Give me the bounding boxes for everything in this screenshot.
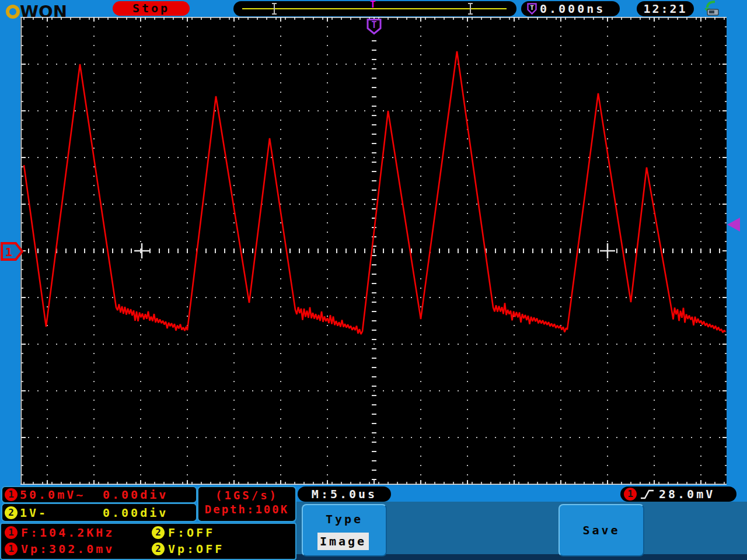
run-status-label: Stop	[132, 1, 170, 15]
owon-logo: WON	[6, 2, 67, 16]
rising-edge-icon	[640, 489, 654, 499]
trigger-delay-badge: T 0.000ns	[521, 1, 620, 16]
meas4-value: Vp:OFF	[168, 542, 224, 556]
trigger-delay-value: 0.000ns	[540, 1, 605, 16]
measurements-panel: 1 F:104.2KHz 2 F:OFF 1 Vp:302.0mv 2 Vp:O…	[0, 523, 296, 560]
trigger-info-badge: 1 28.0mV	[620, 487, 736, 502]
svg-text:1: 1	[5, 245, 12, 259]
ch1-badge: 1	[5, 488, 18, 501]
run-status-badge[interactable]: Stop	[113, 1, 190, 16]
trigger-channel-badge: 1	[624, 488, 637, 501]
ch2-info-row: 2 1V- 0.00div	[1, 503, 197, 522]
ch2-offset: 0.00div	[103, 506, 168, 520]
record-trigger-marker[interactable]: T	[370, 0, 376, 10]
clock-value: 12:21	[643, 2, 687, 16]
type-value: Image	[320, 534, 366, 548]
ch1-offset: 0.00div	[103, 488, 168, 502]
type-button[interactable]: Type Image	[302, 504, 387, 556]
save-label: Save	[582, 523, 620, 537]
oscilloscope-screen: WON Stop T T 0.000ns 12:21	[0, 0, 747, 560]
ch1-scale: 50.0mV~	[20, 488, 85, 502]
usb-icon	[702, 1, 721, 16]
logo-o-icon	[6, 5, 20, 19]
svg-text:T: T	[371, 20, 376, 30]
meas3-ch-badge: 1	[5, 542, 18, 555]
ch2-scale: 1V-	[20, 506, 48, 520]
clock-badge: 12:21	[637, 1, 694, 16]
record-window-start-bracket	[274, 3, 275, 15]
meas2-ch-badge: 2	[152, 526, 165, 539]
timebase-value: M:5.0us	[312, 487, 377, 501]
meas1-value: F:104.2KHz	[21, 526, 114, 540]
timebase-badge: M:5.0us	[298, 487, 391, 502]
record-depth: Depth:100K	[198, 503, 295, 516]
trigger-shield-icon: T	[526, 3, 537, 15]
ch1-info-row: 1 50.0mV~ 0.00div	[1, 486, 197, 503]
record-window-end-bracket	[470, 3, 471, 15]
meas2-value: F:OFF	[168, 526, 215, 540]
type-value-highlight: Image	[317, 533, 369, 550]
type-label: Type	[303, 512, 386, 526]
channel1-level-marker[interactable]: 1	[0, 241, 25, 262]
scope-grid-and-trace	[20, 17, 727, 485]
meas1-ch-badge: 1	[5, 526, 18, 539]
acquisition-box: (1GS/s) Depth:100K	[197, 486, 296, 522]
topbar: WON Stop T T 0.000ns 12:21	[0, 0, 747, 17]
scope-display	[20, 17, 727, 485]
ch2-badge: 2	[5, 506, 18, 519]
meas3-value: Vp:302.0mv	[21, 542, 114, 556]
trigger-position-marker[interactable]: T	[366, 18, 382, 35]
trigger-level-value: 28.0mV	[659, 487, 715, 502]
save-button[interactable]: Save	[558, 504, 644, 556]
svg-text:T: T	[530, 4, 534, 12]
trigger-level-marker[interactable]	[727, 218, 740, 232]
sample-rate: (1GS/s)	[198, 489, 295, 502]
meas4-ch-badge: 2	[152, 542, 165, 555]
